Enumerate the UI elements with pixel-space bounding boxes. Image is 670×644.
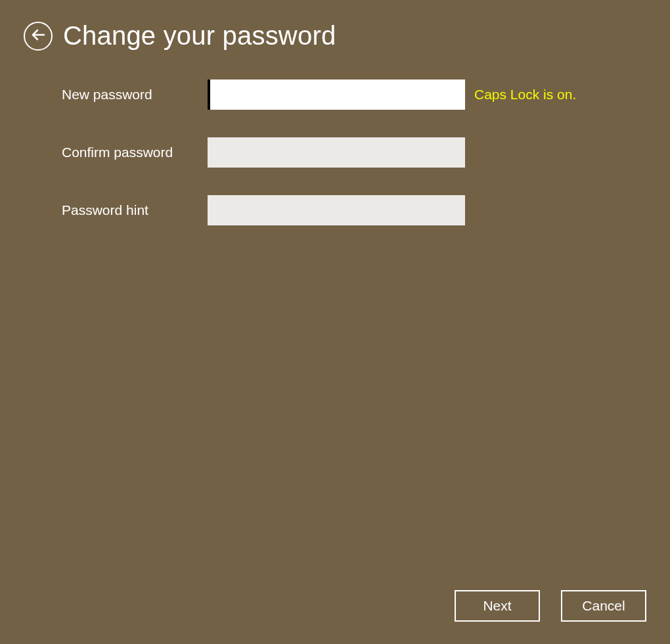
button-bar: Next Cancel bbox=[455, 590, 646, 622]
caps-lock-warning: Caps Lock is on. bbox=[474, 87, 576, 103]
header-bar: Change your password bbox=[0, 0, 670, 51]
confirm-password-label: Confirm password bbox=[62, 145, 208, 160]
new-password-label: New password bbox=[62, 87, 208, 103]
password-hint-label: Password hint bbox=[62, 202, 208, 218]
password-form: New password Caps Lock is on. Confirm pa… bbox=[0, 51, 670, 225]
confirm-password-input[interactable] bbox=[208, 137, 465, 168]
new-password-row: New password Caps Lock is on. bbox=[62, 80, 670, 110]
page-title: Change your password bbox=[63, 21, 336, 51]
confirm-password-row: Confirm password bbox=[62, 137, 670, 168]
arrow-left-icon bbox=[30, 27, 46, 45]
password-hint-input[interactable] bbox=[208, 195, 465, 225]
new-password-input[interactable] bbox=[208, 80, 465, 110]
password-hint-row: Password hint bbox=[62, 195, 670, 225]
next-button[interactable]: Next bbox=[455, 590, 540, 622]
cancel-button[interactable]: Cancel bbox=[561, 590, 646, 622]
back-button[interactable] bbox=[24, 22, 53, 51]
